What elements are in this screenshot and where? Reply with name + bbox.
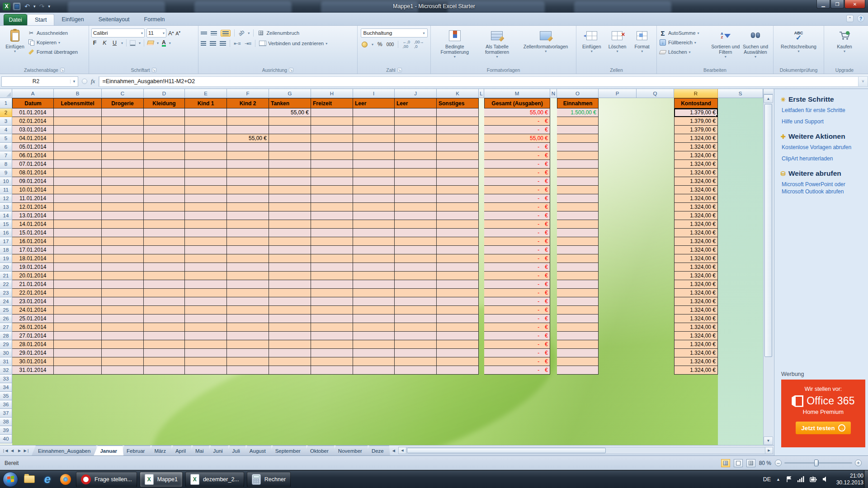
column-header-L[interactable]: L — [479, 89, 484, 98]
cell-G28[interactable] — [269, 332, 311, 340]
empty-cells-36[interactable] — [12, 400, 763, 409]
header-cell-K[interactable]: Sonstiges — [437, 98, 479, 108]
number-format-select[interactable]: Buchhaltung▾ — [361, 28, 428, 38]
cell-N28[interactable] — [550, 332, 557, 340]
cell-B4[interactable] — [54, 126, 102, 134]
cell-B20[interactable] — [54, 263, 102, 272]
cell-K26[interactable] — [437, 314, 479, 323]
dialog-launcher-icon[interactable]: ↘ — [152, 68, 156, 72]
cell-K3[interactable] — [437, 117, 479, 126]
decrease-indent-button[interactable]: ⇤≡ — [234, 41, 241, 47]
row-header-23[interactable]: 23 — [0, 289, 12, 297]
cell-I6[interactable] — [353, 143, 395, 151]
cell-N14[interactable] — [550, 211, 557, 220]
cell-P7[interactable] — [599, 151, 637, 160]
cell-E23[interactable] — [185, 289, 227, 297]
fill-button[interactable]: ↓Füllbereich▾ — [659, 38, 711, 47]
cell-N24[interactable] — [550, 297, 557, 306]
find-select-button[interactable]: Suchen und Auswählen▾ — [740, 27, 771, 66]
cell-D15[interactable] — [144, 220, 185, 229]
cell-F6[interactable] — [227, 143, 269, 151]
cell-B28[interactable] — [54, 332, 102, 340]
cell-Q23[interactable] — [637, 289, 674, 297]
cell-E21[interactable] — [185, 272, 227, 280]
cell-K11[interactable] — [437, 186, 479, 194]
sort-filter-button[interactable]: AZ Sortieren und Filtern▾ — [711, 27, 740, 66]
align-middle-button[interactable] — [211, 31, 217, 35]
cell-O26[interactable] — [557, 314, 599, 323]
align-bottom-button[interactable] — [221, 30, 231, 37]
cell-A21[interactable]: 20.01.2014 — [12, 272, 54, 280]
cell-L24[interactable] — [479, 297, 484, 306]
cell-J17[interactable] — [395, 237, 437, 246]
column-header-S[interactable]: S — [718, 89, 763, 98]
cell-M8[interactable]: -€ — [484, 160, 550, 169]
cell-Q5[interactable] — [637, 134, 674, 143]
cell-J10[interactable] — [395, 177, 437, 186]
vertical-scrollbar[interactable]: ▲ ▼ — [763, 89, 773, 445]
row-header-4[interactable]: 4 — [0, 126, 12, 134]
try-now-button[interactable]: Jetzt testen→ — [796, 422, 850, 434]
cell-O10[interactable] — [557, 177, 599, 186]
cell-P13[interactable] — [599, 203, 637, 211]
undo-dropdown[interactable]: ▾ — [33, 4, 36, 9]
cell-M26[interactable]: -€ — [484, 314, 550, 323]
cell-J31[interactable] — [395, 357, 437, 366]
cell-G3[interactable] — [269, 117, 311, 126]
pane-link[interactable]: Leitfaden für erste Schritte — [782, 107, 863, 114]
column-header-K[interactable]: K — [437, 89, 479, 98]
cell-L11[interactable] — [479, 186, 484, 194]
row-header-37[interactable]: 37 — [0, 409, 12, 418]
column-header-P[interactable]: P — [599, 89, 637, 98]
cell-A28[interactable]: 27.01.2014 — [12, 332, 54, 340]
cell-F3[interactable] — [227, 117, 269, 126]
merge-center-button[interactable]: Verbinden und zentrieren▾ — [259, 39, 327, 47]
cell-E13[interactable] — [185, 203, 227, 211]
cell-D10[interactable] — [144, 177, 185, 186]
cell-E3[interactable] — [185, 117, 227, 126]
cell-M21[interactable]: -€ — [484, 272, 550, 280]
excel-app-icon[interactable]: X — [3, 3, 10, 10]
column-header-N[interactable]: N — [550, 89, 557, 98]
cell-C14[interactable] — [102, 211, 144, 220]
cell-L19[interactable] — [479, 254, 484, 263]
empty-cells-40[interactable] — [12, 435, 763, 443]
row-header-36[interactable]: 36 — [0, 400, 12, 409]
cell-K2[interactable] — [437, 108, 479, 117]
empty-cells-34[interactable] — [12, 383, 763, 392]
header-cell-B[interactable]: Lebensmittel — [54, 98, 102, 108]
cell-J19[interactable] — [395, 254, 437, 263]
cell-H22[interactable] — [311, 280, 353, 289]
cell-R26[interactable]: 1.324,00 € — [674, 314, 718, 323]
cell-C6[interactable] — [102, 143, 144, 151]
column-header-J[interactable]: J — [395, 89, 437, 98]
cell-I12[interactable] — [353, 194, 395, 203]
header-cell-G[interactable]: Tanken — [269, 98, 311, 108]
cell-P23[interactable] — [599, 289, 637, 297]
cell-P10[interactable] — [599, 177, 637, 186]
underline-button[interactable]: U — [111, 40, 118, 46]
cell-Q6[interactable] — [637, 143, 674, 151]
delete-cells-button[interactable]: Löschen▾ — [605, 27, 629, 66]
column-header-I[interactable]: I — [353, 89, 395, 98]
cell-A18[interactable]: 17.01.2014 — [12, 246, 54, 254]
cell-H31[interactable] — [311, 357, 353, 366]
row-header-20[interactable]: 20 — [0, 263, 12, 272]
cell-O21[interactable] — [557, 272, 599, 280]
cell-R13[interactable]: 1.324,00 € — [674, 203, 718, 211]
cell-P2[interactable] — [599, 108, 637, 117]
cell-C20[interactable] — [102, 263, 144, 272]
header-cell-A[interactable]: Datum — [12, 98, 54, 108]
cell-S17[interactable] — [718, 237, 763, 246]
cell-P29[interactable] — [599, 340, 637, 349]
cell-C18[interactable] — [102, 246, 144, 254]
cell-R12[interactable]: 1.324,00 € — [674, 194, 718, 203]
cell-I22[interactable] — [353, 280, 395, 289]
cell-Q9[interactable] — [637, 169, 674, 177]
cell-H16[interactable] — [311, 229, 353, 237]
column-header-C[interactable]: C — [102, 89, 144, 98]
cell-B26[interactable] — [54, 314, 102, 323]
cell-G17[interactable] — [269, 237, 311, 246]
cell-K15[interactable] — [437, 220, 479, 229]
cell-M5[interactable]: 55,00 € — [484, 134, 550, 143]
